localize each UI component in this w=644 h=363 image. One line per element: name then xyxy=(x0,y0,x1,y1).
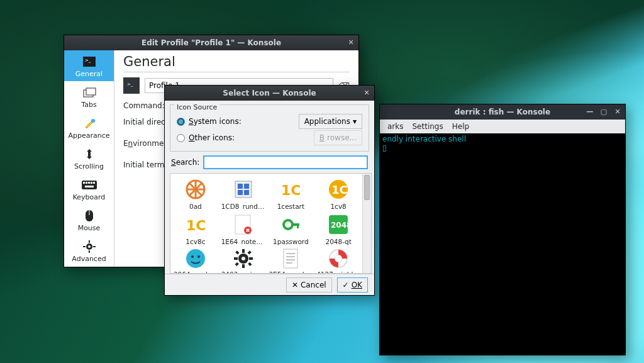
icon-item[interactable]: 2064-read-o... xyxy=(173,248,218,274)
sidebar-item-mouse[interactable]: Mouse xyxy=(64,204,114,235)
minimize-icon[interactable]: — xyxy=(585,106,595,116)
scrollbar-thumb[interactable] xyxy=(364,175,370,200)
icon-label: 4137-winhlp... xyxy=(316,271,360,274)
icon-label: 1password xyxy=(273,238,309,245)
icon-label: 1cv8 xyxy=(330,203,346,210)
close-icon[interactable]: ✕ xyxy=(346,37,356,47)
svg-rect-51 xyxy=(242,264,245,268)
icon-item[interactable]: 1C1cv8c xyxy=(173,213,218,245)
eyedropper-icon xyxy=(81,116,97,130)
sidebar-item-label: Mouse xyxy=(78,224,101,232)
scroll-icon xyxy=(81,147,97,161)
icon-label: 2064-read-o... xyxy=(174,271,218,274)
svg-text:1C: 1C xyxy=(186,218,206,233)
gear-icon xyxy=(81,240,97,254)
svg-rect-42 xyxy=(297,223,299,228)
svg-rect-58 xyxy=(284,249,297,268)
browse-button: Browse... xyxy=(314,130,362,145)
svg-text:>_: >_ xyxy=(127,82,133,87)
app-icon: 2048 xyxy=(326,213,350,237)
other-icons-label: Other icons: xyxy=(189,133,235,142)
app-icon: 1C xyxy=(184,213,208,237)
icon-item[interactable]: 2402-msiex... xyxy=(221,248,266,274)
svg-rect-13 xyxy=(85,186,94,187)
select-icon-title: Select Icon — Konsole xyxy=(223,89,316,98)
terminal-icon: >_ xyxy=(81,55,97,69)
icon-item[interactable]: 0ad xyxy=(173,177,218,210)
app-icon: 1C xyxy=(326,177,350,201)
konsole-title: derrik : fish — Konsole xyxy=(455,108,550,116)
svg-rect-55 xyxy=(248,262,252,266)
sidebar-item-advanced[interactable]: Advanced xyxy=(64,235,114,266)
konsole-window: derrik : fish — Konsole — ▢ ✕ arks Setti… xyxy=(379,104,626,355)
search-input[interactable] xyxy=(203,155,368,169)
cancel-button[interactable]: ✕ Cancel xyxy=(286,277,332,293)
svg-rect-19 xyxy=(89,250,90,253)
svg-rect-30 xyxy=(238,184,243,189)
icon-item[interactable]: 1C1cestart xyxy=(269,177,314,210)
icon-item[interactable]: 1C1cv8 xyxy=(316,177,361,210)
edit-profile-title: Edit Profile "Profile 1" — Konsole xyxy=(142,38,281,47)
icon-item[interactable]: 1password xyxy=(269,213,314,245)
icon-item[interactable]: 1CD8_rundll... xyxy=(221,177,266,210)
icon-category-combo[interactable]: Applications ▾ xyxy=(299,114,362,129)
svg-rect-9 xyxy=(86,182,87,184)
menu-bookmarks-partial[interactable]: arks xyxy=(384,121,408,132)
select-icon-titlebar[interactable]: Select Icon — Konsole ✕ xyxy=(165,86,374,101)
svg-point-46 xyxy=(191,255,194,258)
sidebar-item-keyboard[interactable]: Keyboard xyxy=(64,174,114,204)
icon-label: 1E64_notep... xyxy=(221,238,265,245)
svg-rect-18 xyxy=(89,240,90,243)
svg-rect-52 xyxy=(234,257,238,260)
svg-text:>_: >_ xyxy=(85,58,91,63)
maximize-icon[interactable]: ▢ xyxy=(599,106,609,116)
svg-rect-57 xyxy=(235,262,238,266)
svg-rect-53 xyxy=(249,257,253,260)
sidebar-item-label: General xyxy=(75,70,103,78)
chevron-down-icon: ▾ xyxy=(353,117,357,126)
sidebar-item-label: Appearance xyxy=(68,131,109,140)
close-icon[interactable]: ✕ xyxy=(613,106,623,116)
ok-button[interactable]: ✓ OK xyxy=(337,277,368,293)
icon-source-label: Icon Source xyxy=(174,103,219,111)
icon-item[interactable]: 20482048-qt xyxy=(316,213,361,245)
app-icon xyxy=(231,213,255,237)
tabs-icon xyxy=(81,86,97,99)
menu-help[interactable]: Help xyxy=(448,121,473,132)
edit-profile-titlebar[interactable]: Edit Profile "Profile 1" — Konsole ✕ xyxy=(64,35,358,50)
sidebar-item-tabs[interactable]: Tabs xyxy=(64,81,114,112)
svg-rect-10 xyxy=(88,182,90,184)
icon-item[interactable]: 1E64_notep... xyxy=(221,213,266,245)
page-title: General xyxy=(123,54,350,72)
app-icon xyxy=(279,213,303,237)
icon-label: 1CD8_rundll... xyxy=(221,203,265,210)
system-icons-radio[interactable]: System icons: xyxy=(177,117,242,126)
svg-rect-29 xyxy=(235,181,252,198)
other-icons-radio[interactable]: Other icons: xyxy=(177,133,235,142)
app-icon xyxy=(231,248,255,269)
konsole-titlebar[interactable]: derrik : fish — Konsole — ▢ ✕ xyxy=(380,104,625,120)
sidebar-item-label: Tabs xyxy=(81,101,96,109)
app-icon xyxy=(279,248,303,269)
svg-point-45 xyxy=(186,249,205,268)
search-label: Search: xyxy=(171,158,199,167)
app-icon xyxy=(184,177,208,201)
icon-label: 1cv8c xyxy=(186,238,205,245)
sidebar-item-scrolling[interactable]: Scrolling xyxy=(64,143,114,174)
terminal-output[interactable]: endly interactive shell ▯ xyxy=(380,133,625,355)
icon-item[interactable]: 4137-winhlp... xyxy=(316,248,361,274)
svg-text:1C: 1C xyxy=(331,183,348,196)
sidebar-item-appearance[interactable]: Appearance xyxy=(64,112,114,143)
close-icon[interactable]: ✕ xyxy=(362,87,372,98)
svg-text:1C: 1C xyxy=(281,182,301,198)
profile-icon-thumb[interactable]: >_ xyxy=(123,77,140,94)
sidebar-item-general[interactable]: >_ General xyxy=(64,50,114,81)
scrollbar[interactable] xyxy=(362,174,371,273)
svg-rect-33 xyxy=(244,190,249,195)
svg-point-40 xyxy=(284,220,292,229)
menu-settings[interactable]: Settings xyxy=(409,121,447,132)
svg-rect-5 xyxy=(86,88,96,95)
icon-list: 0ad1CD8_rundll...1C1cestart1C1cv81C1cv8c… xyxy=(170,173,372,274)
icon-item[interactable]: 2E54-wordp... xyxy=(269,248,314,274)
svg-point-6 xyxy=(91,119,95,123)
